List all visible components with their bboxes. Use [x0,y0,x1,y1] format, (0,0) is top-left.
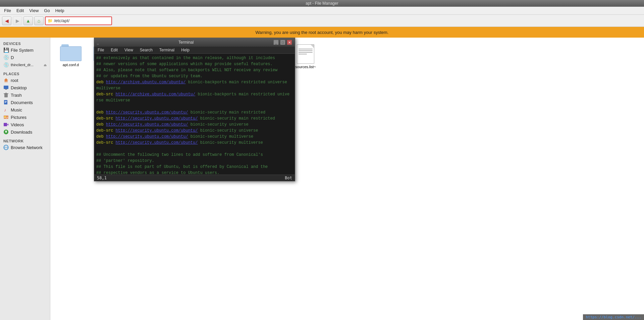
sidebar-item-pictures[interactable]: Pictures [0,113,50,121]
terminal-line: deb-src http://security.ubuntu.com/ubunt… [96,140,293,146]
svg-rect-16 [5,131,7,132]
back-button[interactable]: ◀ [2,16,11,25]
sidebar-item-label: Documents [11,100,33,105]
sidebar-item-label: Trash [11,93,22,98]
svg-marker-13 [7,124,8,126]
terminal-menu-search[interactable]: Search [137,47,156,53]
folder-icon-aptconfd [60,44,82,62]
svg-rect-8 [5,102,6,103]
svg-rect-0 [4,86,8,89]
file-area: apt.conf.d auth.conf.d preferences.d [50,38,644,320]
file-label: sources.list~ [295,65,316,69]
terminal-line: ## 'partner' repository. [96,158,293,164]
menu-view[interactable]: View [26,7,41,14]
svg-rect-1 [5,89,7,90]
terminal-menu-help[interactable]: Help [178,47,193,53]
toolbar: ◀ ▶ ▲ ⌂ 📁 /etc/apt/ [0,15,644,27]
desktop-icon [3,85,9,90]
terminal-status-bar: 58,1 Bot [94,175,295,181]
terminal-line: ## Uncomment the following two lines to … [96,152,293,158]
terminal-line: deb http://security.ubuntu.com/ubuntu/ b… [96,109,293,116]
sidebar-item-label: Videos [11,122,24,127]
pictures-icon [3,115,9,120]
terminal-line: deb http://security.ubuntu.com/ubuntu/ b… [96,122,293,128]
videos-icon [3,122,9,127]
terminal-minimize-button[interactable]: _ [273,40,279,45]
home-icon: ⌂ [38,18,40,24]
terminal-line: ## newer versions of some applications w… [96,61,293,67]
terminal-status-position: 58,1 [97,176,107,180]
svg-rect-7 [5,102,7,102]
terminal-close-button[interactable]: ✕ [287,40,292,45]
downloads-icon [3,129,9,135]
svg-rect-2 [4,94,8,97]
sidebar-item-browse-network[interactable]: Browse Network [0,144,50,151]
home-icon-root [3,78,9,83]
devices-section-title: DEVICES [0,40,50,46]
sidebar-item-d[interactable]: 💿 D [0,54,50,61]
hdd-icon-thin: 💿 [3,62,9,67]
main-area: DEVICES 💾 File System 💿 D 💿 thinclient_d… [0,38,644,320]
svg-rect-4 [5,93,7,93]
sidebar-item-videos[interactable]: Videos [0,121,50,128]
terminal-menu-file[interactable]: File [94,47,107,53]
sidebar-item-downloads[interactable]: Downloads [0,128,50,136]
sidebar-item-thinclient[interactable]: 💿 thinclient_dr... ⏏ [0,61,50,68]
svg-rect-5 [4,100,7,104]
svg-rect-12 [4,123,7,126]
terminal-line [96,103,293,109]
warning-text: Warning, you are using the root account,… [256,30,389,35]
sidebar-item-music[interactable]: ♪ Music [0,106,50,113]
eject-icon[interactable]: ⏏ [44,63,47,67]
sidebar-item-label: File System [11,48,34,53]
menu-help[interactable]: Help [53,7,67,14]
menu-go[interactable]: Go [41,7,52,14]
terminal-line: ## This file is not part of Ubuntu, but … [96,164,293,170]
sidebar-item-label: Browse Network [11,145,43,150]
home-button[interactable]: ⌂ [34,16,44,25]
menu-edit[interactable]: Edit [14,7,26,14]
terminal-line: deb-src http://security.ubuntu.com/ubunt… [96,128,293,134]
terminal-title: Terminal [99,40,273,45]
sidebar-item-label: Downloads [11,130,32,135]
terminal-menu-bar: File Edit View Search Terminal Help [94,47,295,54]
sidebar-item-desktop[interactable]: Desktop [0,84,50,91]
up-icon: ▲ [26,18,31,24]
sidebar-item-label: thinclient_dr... [11,63,34,67]
documents-icon [3,100,9,105]
sidebar-item-root[interactable]: root [0,77,50,84]
network-section-title: NETWORK [0,138,50,144]
title-bar: apt - File Manager [0,0,644,7]
terminal-content[interactable]: ## extensively as that contained in the … [94,54,295,175]
sidebar-item-filesystem[interactable]: 💾 File System [0,46,50,54]
terminal-line: rse multiverse [96,97,293,103]
sidebar-item-trash[interactable]: Trash [0,91,50,99]
terminal-status-mode: Bot [285,176,292,180]
terminal-menu-edit[interactable]: Edit [107,47,121,53]
sidebar-item-documents[interactable]: Documents [0,99,50,106]
sidebar: DEVICES 💾 File System 💿 D 💿 thinclient_d… [0,38,50,320]
terminal-line [96,146,293,152]
svg-text:♪: ♪ [4,107,6,112]
trash-icon [3,92,9,98]
textfile-icon-tilde [297,44,314,64]
back-icon: ◀ [5,18,9,24]
terminal-line: multiverse [96,85,293,91]
sidebar-item-label: Music [11,107,22,112]
terminal-window: _ Terminal _ □ ✕ File Edit View Search T… [94,38,295,181]
warning-banner: Warning, you are using the root account,… [0,27,644,38]
menu-file[interactable]: File [1,7,14,14]
terminal-maximize-button[interactable]: □ [280,40,285,45]
address-bar[interactable]: 📁 /etc/apt/ [45,16,112,25]
terminal-menu-terminal[interactable]: Terminal [156,47,178,53]
terminal-menu-view[interactable]: View [121,47,137,53]
terminal-window-buttons: _ □ ✕ [273,40,292,45]
terminal-line: deb-src http://archive.ubuntu.com/ubuntu… [96,91,293,97]
file-item-aptconfd[interactable]: apt.conf.d [56,43,86,68]
folder-icon: 📁 [48,18,53,23]
forward-button[interactable]: ▶ [13,16,22,25]
up-button[interactable]: ▲ [23,16,33,25]
sidebar-item-label: Pictures [11,115,26,120]
sidebar-item-label: root [11,78,18,83]
svg-rect-6 [5,101,7,101]
